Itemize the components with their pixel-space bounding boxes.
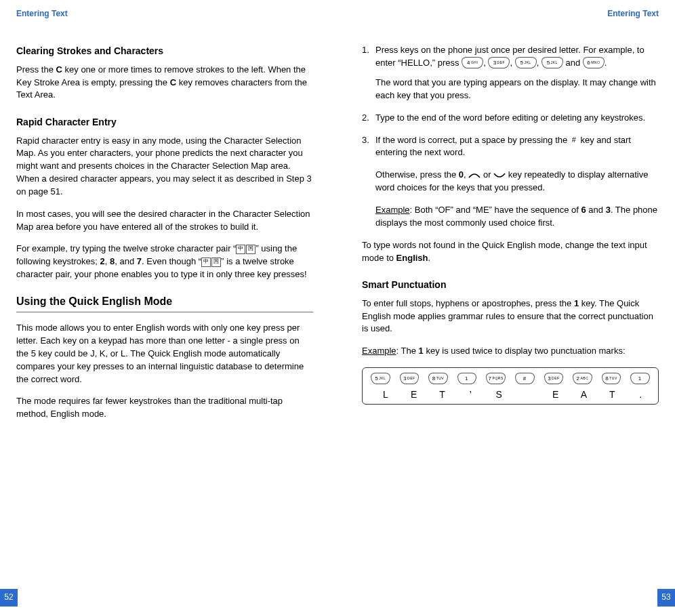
- para-rapid-2: In most cases, you will see the desired …: [16, 208, 313, 234]
- key-2: 2: [100, 256, 105, 266]
- arrow-up-icon: [468, 173, 480, 178]
- step-2: 2. Type to the end of the word before ed…: [362, 112, 659, 125]
- step-1: 1. Press keys on the phone just once per…: [362, 44, 659, 102]
- text: To enter full stops, hyphens or apostrop…: [362, 298, 574, 308]
- cjk-char: 国: [211, 258, 221, 267]
- text: and: [565, 58, 582, 68]
- running-head-left: Entering Text: [16, 8, 313, 20]
- letter: T: [602, 388, 621, 401]
- hash-icon: #: [570, 135, 578, 146]
- para-quick-1: This mode allows you to enter English wo…: [16, 322, 313, 386]
- arrow-down-icon: [493, 173, 506, 178]
- key-0: 0: [459, 169, 464, 180]
- step-body: Press keys on the phone just once per de…: [375, 44, 659, 102]
- example-box: 5JKL 3DEF 8TUV 1 7PQRS # 3DEF 2ABC 8TUV …: [362, 367, 659, 405]
- para-clearing: Press the C key one or more times to rem…: [16, 64, 313, 102]
- key-6: 6: [581, 205, 586, 215]
- step-body: Type to the end of the word before editi…: [375, 112, 659, 125]
- text: .: [428, 253, 431, 263]
- cjk-char: 中: [201, 258, 211, 267]
- mode-english: English: [396, 253, 428, 263]
- key-7: 7: [137, 256, 142, 266]
- key-5-icon: 5JKL: [515, 57, 537, 68]
- page-right: Entering Text 1. Press keys on the phone…: [338, 0, 675, 616]
- example-label: Example: [375, 205, 410, 215]
- page-left: Entering Text Clearing Strokes and Chara…: [0, 0, 338, 616]
- cjk-pair: 中国: [201, 258, 221, 267]
- step-number: 1.: [362, 44, 375, 102]
- para-smart: To enter full stops, hyphens or apostrop…: [362, 297, 659, 336]
- para-outside-mode: To type words not found in the Quick Eng…: [362, 239, 659, 265]
- para-quick-2: The mode requires far fewer keystrokes t…: [16, 395, 313, 421]
- text: : Both “OF” and “ME” have the sequence o…: [410, 205, 581, 215]
- key-2-icon: 2ABC: [573, 373, 592, 384]
- key-hash-icon: #: [515, 373, 535, 384]
- key-6-icon: 6MNO: [583, 57, 605, 68]
- text: For example, try typing the twelve strok…: [16, 243, 236, 253]
- key-1: 1: [419, 346, 424, 356]
- key-3: 3: [606, 205, 611, 215]
- text: . Even though “: [142, 256, 201, 266]
- text: If the word is correct, put a space by p…: [375, 135, 570, 145]
- letter: A: [575, 388, 594, 401]
- text: or: [483, 169, 493, 180]
- key-3-icon: 3DEF: [400, 373, 420, 384]
- heading-smart-punctuation: Smart Punctuation: [362, 278, 659, 291]
- letter: T: [433, 388, 452, 401]
- key-4-icon: 4GHI: [462, 57, 483, 68]
- letter: S: [489, 388, 508, 401]
- key-3-icon: 3DEF: [544, 373, 564, 384]
- key-8-icon: 8TUV: [428, 373, 448, 384]
- step-body: If the word is correct, put a space by p…: [375, 134, 659, 160]
- example-letters-row: L E T ’ S E A T .: [376, 388, 650, 401]
- para-rapid-3: For example, try typing the twelve strok…: [16, 243, 313, 281]
- step-3: 3. If the word is correct, put a space b…: [362, 134, 659, 160]
- key-1-icon: 1: [457, 373, 477, 384]
- text: , and: [115, 256, 137, 266]
- key-c: C: [56, 64, 62, 75]
- key-8-icon: 8TUV: [602, 373, 621, 384]
- running-head-right: Entering Text: [362, 8, 659, 20]
- key-5-icon: 5JKL: [541, 57, 563, 68]
- key-c: C: [170, 77, 176, 87]
- text: The word that you are typing appears on …: [375, 77, 656, 100]
- letter: E: [546, 388, 565, 401]
- key-7-icon: 7PQRS: [486, 373, 506, 384]
- para-example-intro: Example: The 1 key is used twice to disp…: [362, 345, 659, 358]
- letter: .: [631, 388, 650, 401]
- text: key is used twice to display two punctua…: [424, 346, 626, 356]
- page-number-left: 52: [0, 589, 18, 607]
- letter: E: [405, 388, 424, 401]
- cjk-char: 国: [246, 245, 255, 254]
- step-3-sub-2: Example: Both “OF” and “ME” have the seq…: [375, 204, 659, 230]
- key-1-icon: 1: [630, 373, 650, 384]
- letter: L: [376, 388, 395, 401]
- step-3-sub-1: Otherwise, press the 0, or key repeatedl…: [375, 169, 659, 194]
- cjk-char: 中: [236, 245, 245, 254]
- text: : The: [396, 346, 419, 356]
- para-rapid-1: Rapid character entry is easy in any mod…: [16, 135, 313, 199]
- heading-quick-english: Using the Quick English Mode: [16, 293, 313, 312]
- cjk-pair: 中国: [236, 245, 255, 254]
- page-spread: Entering Text Clearing Strokes and Chara…: [0, 0, 675, 616]
- example-label: Example: [362, 346, 396, 356]
- page-number-right: 53: [657, 589, 675, 607]
- letter: [518, 388, 537, 401]
- key-3-icon: 3DEF: [488, 57, 510, 68]
- text: Press the: [16, 64, 56, 75]
- letter: ’: [461, 388, 480, 401]
- step-number: 3.: [362, 134, 375, 160]
- heading-clearing: Clearing Strokes and Characters: [16, 44, 313, 58]
- heading-rapid: Rapid Character Entry: [16, 115, 313, 129]
- step-number: 2.: [362, 112, 375, 125]
- text: Otherwise, press the: [375, 169, 459, 180]
- key-5-icon: 5JKL: [371, 373, 390, 384]
- example-keys-row: 5JKL 3DEF 8TUV 1 7PQRS # 3DEF 2ABC 8TUV …: [371, 373, 650, 385]
